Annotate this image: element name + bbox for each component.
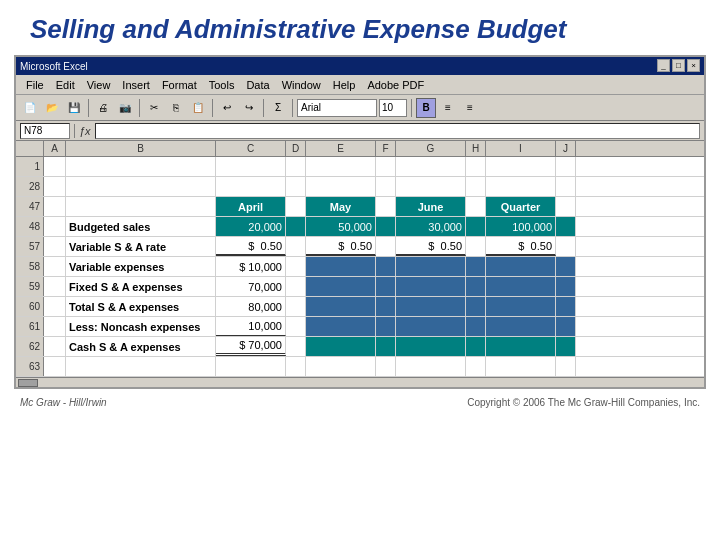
cell-60-C[interactable]: 80,000 bbox=[216, 297, 286, 316]
cell-1-H[interactable] bbox=[466, 157, 486, 176]
paste-button[interactable]: 📋 bbox=[188, 98, 208, 118]
cell-28-E[interactable] bbox=[306, 177, 376, 196]
cell-1-A[interactable] bbox=[44, 157, 66, 176]
cell-48-I[interactable]: 100,000 bbox=[486, 217, 556, 236]
maximize-button[interactable]: □ bbox=[672, 59, 685, 72]
cell-58-B-label[interactable]: Variable expenses bbox=[66, 257, 216, 276]
cell-47-E-may[interactable]: May bbox=[306, 197, 376, 216]
cut-button[interactable]: ✂ bbox=[144, 98, 164, 118]
cell-59-G[interactable] bbox=[396, 277, 466, 296]
cell-63-A[interactable] bbox=[44, 357, 66, 376]
cell-61-C[interactable]: 10,000 bbox=[216, 317, 286, 336]
cell-61-G[interactable] bbox=[396, 317, 466, 336]
cell-63-I[interactable] bbox=[486, 357, 556, 376]
cell-62-I[interactable] bbox=[486, 337, 556, 356]
cell-59-E[interactable] bbox=[306, 277, 376, 296]
cell-61-B-label[interactable]: Less: Noncash expenses bbox=[66, 317, 216, 336]
cell-28-D[interactable] bbox=[286, 177, 306, 196]
cell-62-E[interactable] bbox=[306, 337, 376, 356]
cell-57-D[interactable] bbox=[286, 237, 306, 256]
cell-48-F[interactable] bbox=[376, 217, 396, 236]
cell-60-D[interactable] bbox=[286, 297, 306, 316]
cell-58-G[interactable] bbox=[396, 257, 466, 276]
cell-57-H[interactable] bbox=[466, 237, 486, 256]
cell-57-C[interactable]: $ 0.50 bbox=[216, 237, 286, 256]
cell-48-D[interactable] bbox=[286, 217, 306, 236]
cell-59-D[interactable] bbox=[286, 277, 306, 296]
cell-28-H[interactable] bbox=[466, 177, 486, 196]
align-right-button[interactable]: ≡ bbox=[460, 98, 480, 118]
cell-47-C-april[interactable]: April bbox=[216, 197, 286, 216]
cell-28-F[interactable] bbox=[376, 177, 396, 196]
cell-62-A[interactable] bbox=[44, 337, 66, 356]
cell-58-I[interactable] bbox=[486, 257, 556, 276]
cell-62-J[interactable] bbox=[556, 337, 576, 356]
cell-60-F[interactable] bbox=[376, 297, 396, 316]
cell-59-J[interactable] bbox=[556, 277, 576, 296]
menu-window[interactable]: Window bbox=[276, 78, 327, 92]
cell-60-B-label[interactable]: Total S & A expenses bbox=[66, 297, 216, 316]
cell-47-J[interactable] bbox=[556, 197, 576, 216]
cell-60-H[interactable] bbox=[466, 297, 486, 316]
cell-60-A[interactable] bbox=[44, 297, 66, 316]
menu-help[interactable]: Help bbox=[327, 78, 362, 92]
menu-insert[interactable]: Insert bbox=[116, 78, 156, 92]
sigma-button[interactable]: Σ bbox=[268, 98, 288, 118]
col-header-E[interactable]: E bbox=[306, 141, 376, 156]
cell-28-B[interactable] bbox=[66, 177, 216, 196]
menu-view[interactable]: View bbox=[81, 78, 117, 92]
cell-1-J[interactable] bbox=[556, 157, 576, 176]
cell-1-I[interactable] bbox=[486, 157, 556, 176]
cell-28-G[interactable] bbox=[396, 177, 466, 196]
cell-48-E[interactable]: 50,000 bbox=[306, 217, 376, 236]
col-header-A[interactable]: A bbox=[44, 141, 66, 156]
cell-60-J[interactable] bbox=[556, 297, 576, 316]
undo-button[interactable]: ↩ bbox=[217, 98, 237, 118]
cell-62-H[interactable] bbox=[466, 337, 486, 356]
cell-59-A[interactable] bbox=[44, 277, 66, 296]
cell-63-D[interactable] bbox=[286, 357, 306, 376]
font-name-input[interactable] bbox=[297, 99, 377, 117]
cell-47-F[interactable] bbox=[376, 197, 396, 216]
cell-63-G[interactable] bbox=[396, 357, 466, 376]
cell-63-H[interactable] bbox=[466, 357, 486, 376]
menu-adobe-pdf[interactable]: Adobe PDF bbox=[361, 78, 430, 92]
cell-62-G[interactable] bbox=[396, 337, 466, 356]
close-button[interactable]: × bbox=[687, 59, 700, 72]
cell-58-H[interactable] bbox=[466, 257, 486, 276]
cell-57-F[interactable] bbox=[376, 237, 396, 256]
cell-1-G[interactable] bbox=[396, 157, 466, 176]
bold-button[interactable]: B bbox=[416, 98, 436, 118]
cell-61-A[interactable] bbox=[44, 317, 66, 336]
col-header-F[interactable]: F bbox=[376, 141, 396, 156]
cell-47-A[interactable] bbox=[44, 197, 66, 216]
cell-47-H[interactable] bbox=[466, 197, 486, 216]
new-button[interactable]: 📄 bbox=[20, 98, 40, 118]
col-header-J[interactable]: J bbox=[556, 141, 576, 156]
cell-1-F[interactable] bbox=[376, 157, 396, 176]
cell-48-H[interactable] bbox=[466, 217, 486, 236]
cell-1-B[interactable] bbox=[66, 157, 216, 176]
cell-59-B-label[interactable]: Fixed S & A expenses bbox=[66, 277, 216, 296]
col-header-I[interactable]: I bbox=[486, 141, 556, 156]
cell-58-A[interactable] bbox=[44, 257, 66, 276]
cell-57-B-label[interactable]: Variable S & A rate bbox=[66, 237, 216, 256]
cell-28-A[interactable] bbox=[44, 177, 66, 196]
minimize-button[interactable]: _ bbox=[657, 59, 670, 72]
cell-reference-box[interactable]: N78 bbox=[20, 123, 70, 139]
camera-button[interactable]: 📷 bbox=[115, 98, 135, 118]
cell-62-F[interactable] bbox=[376, 337, 396, 356]
cell-1-E[interactable] bbox=[306, 157, 376, 176]
col-header-D[interactable]: D bbox=[286, 141, 306, 156]
cell-63-B[interactable] bbox=[66, 357, 216, 376]
cell-61-E[interactable] bbox=[306, 317, 376, 336]
cell-1-C[interactable] bbox=[216, 157, 286, 176]
cell-63-F[interactable] bbox=[376, 357, 396, 376]
cell-48-J[interactable] bbox=[556, 217, 576, 236]
cell-57-J[interactable] bbox=[556, 237, 576, 256]
cell-63-J[interactable] bbox=[556, 357, 576, 376]
formula-input[interactable] bbox=[95, 123, 700, 139]
cell-58-C[interactable]: $ 10,000 bbox=[216, 257, 286, 276]
align-left-button[interactable]: ≡ bbox=[438, 98, 458, 118]
cell-28-C[interactable] bbox=[216, 177, 286, 196]
